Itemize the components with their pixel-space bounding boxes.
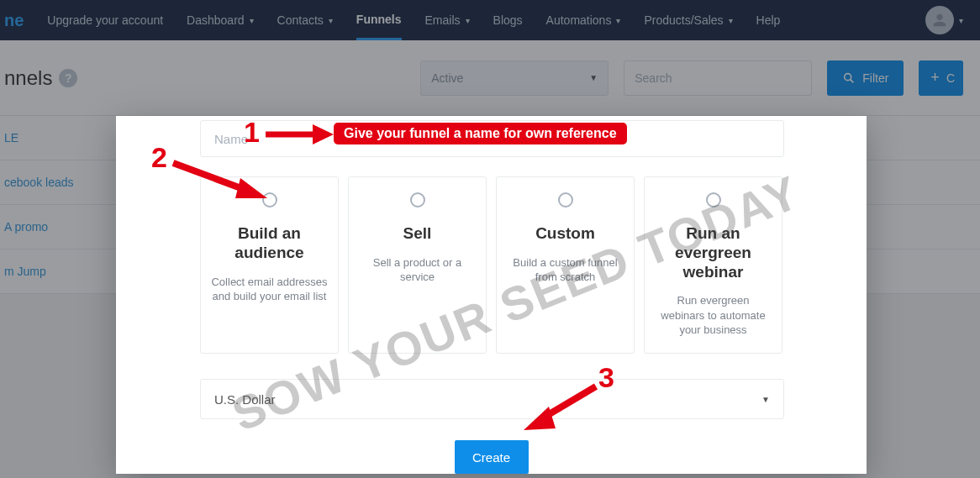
option-title: Build an audience [211,224,328,263]
option-desc: Build a custom funnel from scratch [507,255,624,285]
create-button[interactable]: Create [455,440,529,474]
caret-down-icon: ▼ [761,395,770,404]
annotation-arrow-3 [519,380,603,435]
option-desc: Sell a product or a service [359,255,476,285]
annotation-number-1: 1 [244,116,260,149]
svg-marker-5 [235,178,267,198]
option-desc: Collect email addresses and build your e… [211,275,328,304]
svg-marker-3 [313,124,334,144]
annotation-number-2: 2 [151,141,167,174]
annotation-arrow-1 [262,123,334,146]
option-title: Sell [359,224,476,244]
option-desc: Run evergreen webinars to automate your … [655,293,772,338]
modal-overlay: Name Build an audience Collect email add… [0,0,980,478]
option-evergreen-webinar[interactable]: Run an evergreen webinar Run evergreen w… [644,176,782,354]
svg-line-4 [173,163,245,190]
funnel-type-options: Build an audience Collect email addresse… [200,176,782,354]
radio-icon [558,192,573,207]
option-custom[interactable]: Custom Build a custom funnel from scratc… [496,176,635,354]
currency-select[interactable]: U.S. Dollar ▼ [200,379,784,419]
radio-icon [410,192,425,207]
option-title: Run an evergreen webinar [655,224,772,281]
annotation-tip-1: Give your funnel a name for own referenc… [334,123,627,144]
option-sell[interactable]: Sell Sell a product or a service [348,176,487,354]
option-title: Custom [507,224,624,244]
annotation-arrow-2 [168,156,269,203]
radio-icon [706,192,721,207]
